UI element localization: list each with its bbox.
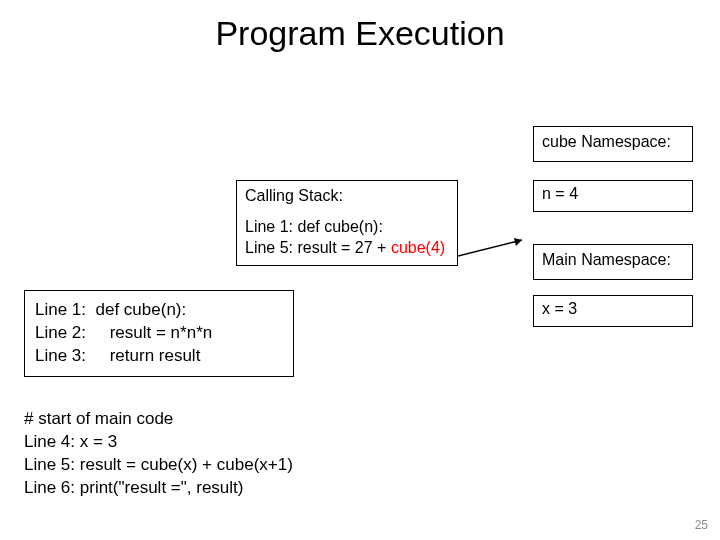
- x-value-box: x = 3: [533, 295, 693, 327]
- code2-comment: # start of main code: [24, 408, 293, 431]
- calling-stack-box: Calling Stack: Line 1: def cube(n): Line…: [236, 180, 458, 266]
- cube-namespace-label: cube Namespace:: [542, 133, 671, 150]
- stack-line-5: Line 5: result = 27 + cube(4): [245, 238, 449, 259]
- slide-title: Program Execution: [0, 0, 720, 53]
- arrow-icon: [458, 232, 534, 262]
- code1-line3: Line 3: return result: [35, 345, 283, 368]
- code2-line6: Line 6: print("result =", result): [24, 477, 293, 500]
- svg-marker-1: [514, 238, 522, 246]
- n-value-box: n = 4: [533, 180, 693, 212]
- stack-line-1: Line 1: def cube(n):: [245, 217, 449, 238]
- code1-l2-code: result = n*n*n: [110, 323, 213, 342]
- x-value: x = 3: [542, 300, 577, 317]
- stack-line5-call: cube(4): [391, 239, 445, 256]
- stack-line5-prefix: Line 5: result = 27 +: [245, 239, 391, 256]
- code1-l2-label: Line 2:: [35, 323, 86, 342]
- calling-stack-title: Calling Stack:: [245, 187, 449, 205]
- n-value: n = 4: [542, 185, 578, 202]
- main-namespace-label-box: Main Namespace:: [533, 244, 693, 280]
- code2-line5: Line 5: result = cube(x) + cube(x+1): [24, 454, 293, 477]
- main-namespace-label: Main Namespace:: [542, 251, 671, 268]
- code1-line1: Line 1: def cube(n):: [35, 299, 283, 322]
- code1-l3-label: Line 3:: [35, 346, 86, 365]
- code1-l3-code: return result: [110, 346, 201, 365]
- code1-line2: Line 2: result = n*n*n: [35, 322, 283, 345]
- svg-line-0: [458, 240, 522, 256]
- code-block-main: # start of main code Line 4: x = 3 Line …: [24, 408, 293, 500]
- code-block-cube: Line 1: def cube(n): Line 2: result = n*…: [24, 290, 294, 377]
- code2-line4: Line 4: x = 3: [24, 431, 293, 454]
- code1-l1-label: Line 1:: [35, 300, 86, 319]
- code1-l1-code: def cube(n):: [96, 300, 187, 319]
- page-number: 25: [695, 518, 708, 532]
- cube-namespace-label-box: cube Namespace:: [533, 126, 693, 162]
